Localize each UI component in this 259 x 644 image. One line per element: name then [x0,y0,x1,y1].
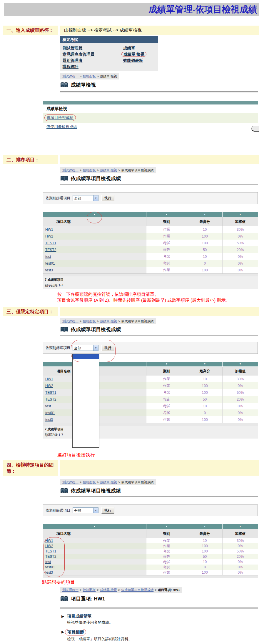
sort-arrow-icon[interactable]: ▼ [239,525,241,528]
item-link[interactable]: HW1 [45,228,53,232]
sort-column-category[interactable]: ▼ [146,524,187,529]
dropdown-option[interactable] [73,443,99,447]
sort-column-name[interactable]: ▼ [43,212,146,217]
dropdown-option[interactable] [73,406,99,410]
dropdown-option[interactable] [73,438,99,443]
dropdown-option[interactable] [73,391,99,396]
sort-arrow-icon[interactable]: ▼ [166,213,168,216]
menu-item-link[interactable]: 測試管理員 [63,46,83,50]
ok-button[interactable] [251,126,259,132]
breadcrumb-link[interactable]: 成績單 檢視 [100,168,117,172]
menu-item-link[interactable]: 課程統計 [63,64,78,69]
sort-arrow-icon[interactable]: ▼ [93,213,96,216]
dropdown-option[interactable] [73,396,99,401]
item-link[interactable]: HW1 [45,539,53,543]
item-link[interactable]: TEST2 [45,555,56,559]
dropdown-option[interactable] [73,424,99,429]
dropdown-option[interactable] [73,401,99,406]
menu-item-link[interactable]: 效能儀表板 [123,58,143,63]
menu-item-link[interactable]: 意見調查表管理員 [63,52,94,57]
item-link[interactable]: HW2 [45,384,53,388]
dropdown-option[interactable] [73,354,99,359]
sort-column-category[interactable]: ▼ [146,212,187,217]
menu-item[interactable]: 效能儀表板 [123,57,156,63]
breadcrumb-link[interactable]: 控制面板 [83,319,96,323]
sort-arrow-icon[interactable]: ▼ [166,363,168,365]
category-select[interactable]: 全部 ▼ [73,345,98,351]
item-link[interactable]: test01 [45,411,55,415]
item-link[interactable]: HW1 [45,377,53,381]
dropdown-option[interactable] [73,373,99,378]
dropdown-option[interactable] [73,410,99,415]
sort-column-name[interactable]: ▼ [43,524,146,529]
breadcrumb-link[interactable]: 控制面板 [83,168,96,172]
item-option-link[interactable]: 項目成績清單 [67,614,92,619]
sort-arrow-icon[interactable]: ▼ [204,525,206,528]
menu-item[interactable]: 成績單 檢視 [123,51,156,57]
menu-item[interactable]: 測試管理員 [63,45,123,51]
dropdown-option[interactable] [73,419,99,424]
sort-arrow-icon[interactable]: ▼ [204,213,206,216]
breadcrumb-link[interactable]: 成績單 檢視 [100,480,117,484]
item-link[interactable]: test01 [45,565,55,569]
dropdown-option[interactable] [73,387,99,392]
item-link[interactable]: TEST2 [45,248,56,252]
breadcrumb-link[interactable]: 成績單 檢視 [100,588,117,592]
breadcrumb-link[interactable]: 測試課程一 [62,588,78,592]
item-link[interactable]: TEST1 [45,391,56,395]
breadcrumb-link[interactable]: 控制面板 [83,480,96,484]
category-select[interactable]: 全部 ▼ [73,507,98,513]
item-link[interactable]: HW2 [45,234,53,238]
item-link[interactable]: test3 [45,268,53,272]
sort-arrow-icon[interactable]: ▼ [239,363,241,365]
breadcrumb-link[interactable]: 成績單 檢視 [100,319,117,323]
chevron-down-icon[interactable]: ▼ [93,345,98,351]
dropdown-option[interactable] [73,368,99,373]
breadcrumb-link[interactable]: 控制面板 [83,588,96,592]
run-button[interactable]: 執行 [101,195,114,201]
sort-arrow-icon[interactable]: ▼ [239,213,241,216]
sort-column-weight[interactable]: ▼ [222,362,258,366]
breadcrumb-link[interactable]: 測試課程一 [62,319,78,323]
dropdown-option[interactable] [73,415,99,419]
sort-column-weight[interactable]: ▼ [222,524,258,529]
dropdown-option[interactable] [73,378,99,382]
item-link[interactable]: TEST1 [45,241,56,245]
item-link[interactable]: test3 [45,418,53,422]
menu-item[interactable]: 題組管理者 [63,57,123,63]
item-link[interactable]: test [45,560,51,564]
sort-column-weight[interactable]: ▼ [222,212,258,217]
sort-arrow-icon[interactable]: ▼ [93,525,96,528]
item-link[interactable]: test01 [45,261,55,265]
item-link[interactable]: TEST2 [45,397,56,401]
menu-item-link[interactable]: 成績單 [123,46,135,50]
item-link[interactable]: test [45,255,51,259]
menu-item[interactable]: 成績單 [123,45,156,51]
run-button[interactable]: 執行 [101,507,114,514]
sort-arrow-icon[interactable]: ▼ [166,525,168,528]
view-by-user-link[interactable]: 依使用者檢視成績 [46,125,77,129]
category-select[interactable]: 全部 ▼ [73,195,98,201]
item-link[interactable]: TEST1 [45,549,56,553]
item-link[interactable]: HW2 [45,544,53,548]
dropdown-option[interactable] [73,434,99,438]
chevron-down-icon[interactable]: ▼ [93,508,98,513]
menu-item[interactable]: 課程統計 [63,63,123,69]
sort-column-max[interactable]: ▼ [187,524,223,529]
view-by-item-link[interactable]: 依項目檢視成績 [47,115,73,120]
chevron-down-icon[interactable]: ▼ [93,195,98,201]
breadcrumb-link[interactable]: 測試課程一 [62,480,78,484]
breadcrumb-link[interactable]: 測試課程一 [62,168,78,172]
menu-item-link[interactable]: 成績單 檢視 [121,52,146,57]
breadcrumb-link[interactable]: 依成績單項目檢視成績 [121,588,153,592]
sort-column-max[interactable]: ▼ [187,362,223,366]
sort-column-max[interactable]: ▼ [187,212,223,217]
dropdown-option[interactable] [73,382,99,387]
run-button[interactable]: 執行 [101,345,114,351]
sort-column-category[interactable]: ▼ [146,362,187,366]
menu-item[interactable]: 意見調查表管理員 [63,51,123,57]
dropdown-option[interactable] [73,364,99,369]
item-link[interactable]: test3 [45,570,53,575]
sort-arrow-icon[interactable]: ▼ [204,363,206,365]
dropdown-option[interactable] [73,429,99,434]
